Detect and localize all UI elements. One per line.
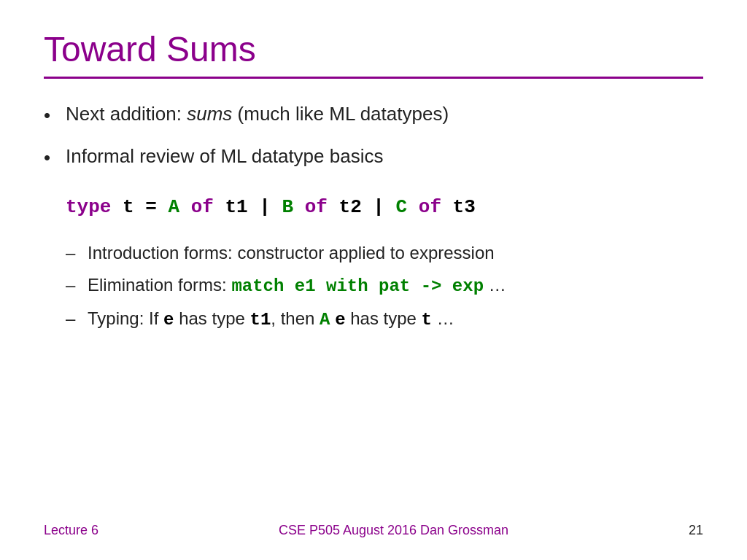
code-B: B bbox=[282, 196, 294, 218]
sub2-code: match e1 with pat -> exp bbox=[231, 276, 484, 296]
bullet-1-italic: sums bbox=[187, 103, 232, 125]
bullet-2: • Informal review of ML datatype basics bbox=[44, 143, 703, 171]
code-of3: of bbox=[407, 196, 452, 218]
footer-center: CSE P505 August 2016 Dan Grossman bbox=[279, 523, 508, 538]
content-area: • Next addition: sums (much like ML data… bbox=[44, 101, 703, 516]
sub2-suffix: … bbox=[484, 275, 506, 295]
code-of2: of bbox=[293, 196, 338, 218]
sub-dash-3: – bbox=[66, 306, 88, 332]
code-C: C bbox=[396, 196, 408, 218]
sub-text-1: Introduction forms: constructor applied … bbox=[88, 240, 703, 266]
bullet-1-prefix: Next addition: bbox=[66, 103, 187, 125]
bullet-dot-2: • bbox=[44, 144, 66, 171]
sub3-mid3: has type bbox=[346, 308, 422, 328]
sub3-e2: e bbox=[335, 310, 345, 330]
footer-left: Lecture 6 bbox=[44, 523, 98, 538]
bullet-1: • Next addition: sums (much like ML data… bbox=[44, 101, 703, 128]
sub-text-2: Elimination forms: match e1 with pat -> … bbox=[88, 272, 703, 300]
footer: Lecture 6 CSE P505 August 2016 Dan Gross… bbox=[44, 516, 703, 538]
code-t2: t2 bbox=[339, 196, 362, 218]
sub-item-2: – Elimination forms: match e1 with pat -… bbox=[66, 272, 703, 300]
bullet-dot-1: • bbox=[44, 102, 66, 128]
sub3-t: t bbox=[422, 310, 432, 330]
bullet-1-text: Next addition: sums (much like ML dataty… bbox=[66, 101, 703, 127]
code-block: type t = A of t1 | B of t2 | C of t3 bbox=[66, 193, 703, 222]
sub-text-3: Typing: If e has type t1, then A e has t… bbox=[88, 306, 703, 333]
code-t3: t3 bbox=[453, 196, 476, 218]
slide: Toward Sums • Next addition: sums (much … bbox=[0, 0, 747, 560]
title-underline bbox=[44, 77, 703, 79]
bullet-1-suffix: (much like ML datatypes) bbox=[232, 103, 449, 125]
code-A: A bbox=[168, 196, 179, 218]
sub3-suffix: … bbox=[432, 308, 454, 328]
sub-item-1: – Introduction forms: constructor applie… bbox=[66, 240, 703, 266]
sub3-mid1: has type bbox=[174, 308, 249, 328]
code-t1: t1 bbox=[225, 196, 247, 218]
code-type-kw: type bbox=[66, 196, 111, 218]
sub3-prefix: Typing: If bbox=[88, 308, 163, 328]
bullet-2-text: Informal review of ML datatype basics bbox=[66, 143, 703, 169]
footer-right: 21 bbox=[689, 523, 703, 538]
code-pipe1: | bbox=[248, 196, 282, 218]
code-t-var: t = bbox=[111, 196, 168, 218]
sub-item-3: – Typing: If e has type t1, then A e has… bbox=[66, 306, 703, 333]
sub3-e: e bbox=[163, 310, 174, 330]
sub2-prefix: Elimination forms: bbox=[88, 275, 231, 295]
sub3-t1: t1 bbox=[250, 310, 271, 330]
slide-title: Toward Sums bbox=[44, 29, 703, 69]
sub-dash-1: – bbox=[66, 240, 88, 266]
sub3-mid2: , then bbox=[271, 308, 320, 328]
sub-bullets: – Introduction forms: constructor applie… bbox=[66, 240, 703, 339]
code-pipe2: | bbox=[362, 196, 396, 218]
sub3-A: A bbox=[320, 310, 330, 330]
sub-dash-2: – bbox=[66, 272, 88, 298]
code-of1: of bbox=[179, 196, 225, 218]
